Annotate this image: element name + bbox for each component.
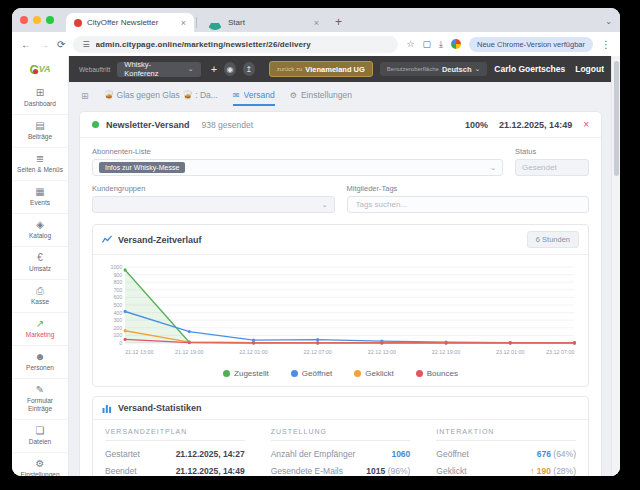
app-root: C VA ⊞Dashboard▤Beiträge≣Seiten & Menüs▦… (12, 56, 620, 476)
sidebar-item-dateien[interactable]: ❏Dateien (12, 420, 68, 453)
tab-close-icon[interactable]: × (314, 18, 319, 28)
stat-value: 676 (64%) (537, 449, 576, 459)
stats-card-header: Versand-Statistiken (93, 397, 588, 420)
delivery-status-bar: Newsletter-Versand 938 gesendet 100% 21.… (80, 112, 601, 138)
formular-eintraege-icon: ✎ (36, 384, 44, 395)
einstellungen-icon: ⚙ (36, 458, 45, 469)
member-tags-input[interactable] (354, 199, 583, 210)
legend-item[interactable]: Geöffnet (291, 369, 333, 378)
back-to-account-button[interactable]: zurück zu Vienameland UG (269, 61, 373, 77)
bar-chart-icon (102, 404, 112, 413)
language-selector[interactable]: Benutzeroberfläche Deutsch ⌄ (380, 62, 488, 76)
svg-text:700: 700 (113, 287, 122, 293)
dashboard-icon: ⊞ (36, 87, 44, 98)
svg-text:23.12 01:00: 23.12 01:00 (496, 349, 524, 355)
publish-button[interactable]: ↥ (243, 62, 255, 76)
stats-title: Versand-Statistiken (118, 403, 202, 413)
site-selected-value: Whisky-Konferenz (124, 60, 172, 78)
sidebar-item-formular-eintraege[interactable]: ✎Formular Einträge (12, 379, 68, 420)
sidebar-item-events[interactable]: ▦Events (12, 181, 68, 214)
reload-icon[interactable]: ⟳ (57, 39, 65, 50)
close-window-button[interactable] (20, 16, 28, 24)
svg-text:100: 100 (113, 332, 122, 338)
legend-item[interactable]: Bounces (416, 369, 458, 378)
chrome-update-button[interactable]: Neue Chrome-Version verfügbar (469, 37, 593, 52)
browser-tab-start[interactable]: Start × (199, 13, 327, 32)
site-selector[interactable]: Whisky-Konferenz ⌄ (117, 62, 200, 77)
stat-label: Geklickt (436, 466, 466, 476)
sidebar-nav: ⊞Dashboard▤Beiträge≣Seiten & Menüs▦Event… (12, 82, 68, 476)
sidebar-item-marketing[interactable]: ↗Marketing (12, 313, 68, 346)
sent-count: 938 gesendet (202, 120, 254, 130)
svg-text:23.12 07:00: 23.12 07:00 (546, 349, 574, 355)
sidebar-item-label: Beiträge (28, 133, 52, 141)
url-text: admin.citypage.online/marketing/newslett… (96, 40, 311, 49)
sidebar-item-umsatz[interactable]: €Umsatz (12, 247, 68, 280)
subscriber-list-chip[interactable]: Infos zur Whisky-Messe (99, 162, 185, 173)
legend-dot-icon (291, 370, 298, 377)
kasse-icon: ⎙ (36, 285, 44, 296)
stat-value: 1015 (96%) (366, 466, 410, 476)
stat-value: 1060 (391, 449, 410, 459)
scrollbar-thumb[interactable] (614, 61, 619, 176)
logout-button[interactable]: Logout (575, 64, 604, 74)
download-icon[interactable]: ⤓ (439, 39, 443, 50)
sidebar-item-label: Seiten & Menüs (17, 166, 63, 174)
sidebar-item-kasse[interactable]: ⎙Kasse (12, 280, 68, 313)
browser-tabstrip: CityOffer Newsletter × Start × + ⌄ (12, 8, 620, 32)
member-tags-field[interactable] (347, 196, 590, 213)
status-title: Newsletter-Versand (106, 120, 190, 130)
subscriber-list-field[interactable]: Infos zur Whisky-Messe ⌄ (92, 159, 503, 176)
legend-dot-icon (416, 370, 423, 377)
delivery-panel: Newsletter-Versand 938 gesendet 100% 21.… (79, 111, 602, 476)
range-button[interactable]: 6 Stunden (527, 231, 579, 248)
tab-versand[interactable]: ✉Versand (233, 90, 275, 106)
delivery-line-chart: 0100200300400500600700800900100021.12 13… (101, 261, 580, 365)
reading-list-icon[interactable]: ▢ (423, 39, 432, 49)
sidebar: C VA ⊞Dashboard▤Beiträge≣Seiten & Menüs▦… (12, 56, 69, 476)
tab-title: CityOffer Newsletter (87, 18, 176, 27)
address-bar[interactable]: ☰ admin.citypage.online/marketing/newsle… (73, 36, 398, 53)
close-icon[interactable]: × (583, 119, 589, 130)
legend-item[interactable]: Zugestellt (223, 369, 269, 378)
preview-button[interactable]: ◉ (224, 62, 236, 76)
app-logo[interactable]: C VA (12, 56, 68, 82)
add-site-button[interactable]: + (211, 63, 217, 75)
user-name[interactable]: Carlo Goertsches (494, 64, 565, 74)
page-content: ⊞ 🥃 Glas gegen Glas 🥃 : Da...✉Versand⚙Ei… (69, 82, 620, 476)
svg-text:21.12 19:00: 21.12 19:00 (175, 349, 203, 355)
sidebar-item-seiten-menues[interactable]: ≣Seiten & Menüs (12, 148, 68, 181)
sidebar-item-personen[interactable]: ☻Personen (12, 346, 68, 379)
tab-newsletter-name[interactable]: 🥃 Glas gegen Glas 🥃 : Da... (104, 90, 218, 106)
stat-label: Geöffnet (436, 449, 468, 459)
maximize-window-button[interactable] (46, 16, 54, 24)
sidebar-item-dashboard[interactable]: ⊞Dashboard (12, 82, 68, 115)
back-icon[interactable]: ← (21, 39, 31, 50)
stats-row: Gesendete E-Mails1015 (96%) (271, 462, 411, 476)
customer-groups-select[interactable]: ⌄ (92, 196, 335, 213)
stat-label: Beendet (105, 466, 137, 476)
status-field[interactable]: Gesendet (515, 159, 589, 176)
tabs-menu-icon[interactable]: ⊞ (81, 91, 89, 105)
sidebar-item-beitraege[interactable]: ▤Beiträge (12, 115, 68, 148)
minimize-window-button[interactable] (33, 16, 41, 24)
browser-tab-cityoffer[interactable]: CityOffer Newsletter × (66, 13, 194, 32)
beitraege-icon: ▤ (35, 120, 44, 131)
svg-text:200: 200 (113, 325, 122, 331)
page-scrollbar[interactable] (611, 56, 620, 476)
new-tab-button[interactable]: + (335, 15, 342, 29)
browser-menu-icon[interactable]: ⋮ (601, 39, 611, 50)
forward-icon[interactable]: → (39, 39, 49, 50)
site-info-icon[interactable]: ☰ (82, 40, 89, 49)
tab-close-icon[interactable]: × (181, 18, 186, 28)
svg-text:1000: 1000 (110, 264, 122, 270)
legend-item[interactable]: Geklickt (354, 369, 393, 378)
sidebar-item-einstellungen[interactable]: ⚙Einstellungen (12, 453, 68, 476)
tabstrip-chevron-icon[interactable]: ⌄ (605, 17, 612, 26)
extension-icon[interactable] (451, 39, 461, 49)
tab-einstellungen[interactable]: ⚙Einstellungen (290, 90, 352, 106)
svg-text:21.12 13:00: 21.12 13:00 (125, 349, 153, 355)
bookmark-star-icon[interactable]: ☆ (406, 39, 414, 49)
svg-text:400: 400 (113, 309, 122, 315)
sidebar-item-katalog[interactable]: ◈Katalog (12, 214, 68, 247)
